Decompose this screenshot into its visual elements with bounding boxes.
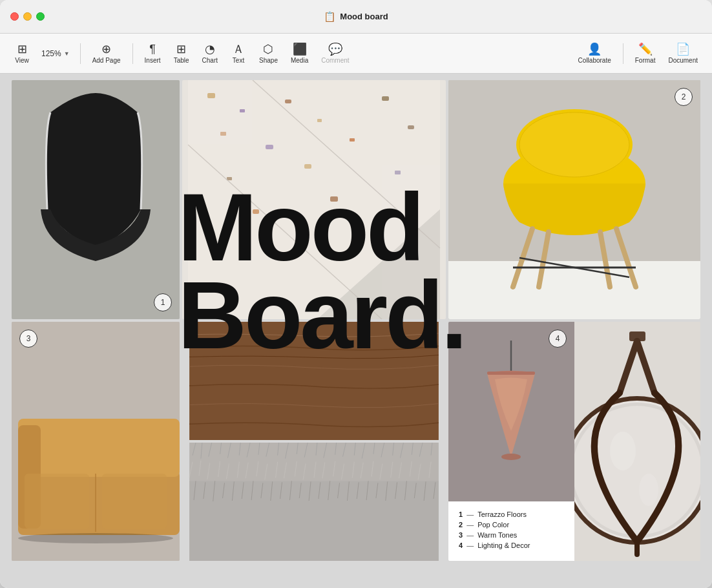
- table-label: Table: [174, 57, 189, 64]
- svg-rect-8: [382, 96, 389, 101]
- svg-rect-10: [266, 145, 273, 149]
- svg-rect-16: [253, 209, 259, 214]
- view-group: ⊞ View: [8, 41, 36, 67]
- add-page-button[interactable]: ⊕ Add Page: [86, 41, 127, 67]
- collaborate-icon: 👤: [587, 43, 602, 55]
- moodboard-grid: 1: [12, 80, 700, 582]
- yellow-chair-illustration: [448, 80, 700, 319]
- cell-terrazzo: [182, 80, 446, 319]
- svg-point-37: [18, 533, 173, 543]
- fur-illustration: [182, 443, 446, 561]
- svg-rect-38: [25, 474, 89, 529]
- comment-button[interactable]: 💬 Comment: [315, 41, 355, 67]
- svg-point-132: [639, 474, 658, 506]
- zoom-value: 125%: [41, 49, 61, 58]
- svg-rect-12: [408, 125, 414, 129]
- view-button[interactable]: ⊞ View: [8, 41, 36, 67]
- svg-rect-13: [304, 164, 311, 169]
- zoom-group: 125% ▼: [36, 47, 75, 61]
- svg-rect-5: [240, 109, 245, 112]
- canvas[interactable]: 1: [0, 74, 712, 588]
- svg-point-131: [610, 432, 636, 470]
- table-button[interactable]: ⊞ Table: [167, 41, 196, 67]
- sep-3: [623, 43, 623, 64]
- cell-lamp-list: 4: [448, 322, 574, 561]
- list-item-1: 1 — Terrazzo Floors: [459, 510, 564, 518]
- title-text: Mood board: [340, 12, 388, 21]
- svg-point-25: [519, 112, 629, 177]
- window-title: 📋 Mood board: [324, 11, 388, 23]
- chart-label: Chart: [202, 57, 218, 64]
- media-button[interactable]: ⬛ Media: [284, 41, 315, 67]
- zoom-control[interactable]: 125% ▼: [36, 47, 75, 61]
- cell-grey-sofa: 3: [12, 322, 180, 561]
- svg-rect-34: [18, 419, 180, 477]
- view-label: View: [15, 57, 29, 64]
- wood-illustration: [182, 322, 446, 440]
- cell-right-panel: 4: [448, 322, 700, 561]
- add-page-label: Add Page: [92, 57, 121, 64]
- list-item-2: 2 — Pop Color: [459, 521, 564, 529]
- svg-rect-39: [102, 474, 167, 529]
- text-button[interactable]: Ａ Text: [224, 41, 253, 67]
- svg-rect-17: [330, 196, 338, 202]
- sofa-illustration: [12, 322, 180, 561]
- media-icon: ⬛: [293, 43, 307, 55]
- zoom-arrow-icon: ▼: [64, 50, 70, 57]
- cell-wood: [182, 322, 446, 440]
- svg-rect-7: [317, 119, 322, 122]
- black-chair-illustration: [12, 80, 180, 319]
- media-label: Media: [291, 57, 308, 64]
- fullscreen-button[interactable]: [36, 12, 45, 21]
- toolbar: ⊞ View 125% ▼ ⊕ Add Page ¶ Insert ⊞ Tabl…: [0, 34, 712, 74]
- page-badge-3: 3: [19, 330, 37, 348]
- page-badge-1: 1: [154, 293, 172, 311]
- list-item-3: 3 — Warm Tones: [459, 531, 564, 539]
- list-area: 1 — Terrazzo Floors 2 — Pop Color 3 —: [448, 501, 574, 561]
- collaborate-button[interactable]: 👤 Collaborate: [572, 41, 618, 67]
- document-icon: 📄: [676, 43, 690, 55]
- svg-rect-15: [395, 171, 401, 174]
- svg-point-123: [501, 454, 521, 460]
- svg-rect-124: [487, 372, 535, 375]
- insert-icon: ¶: [149, 43, 156, 55]
- comment-icon: 💬: [328, 43, 342, 55]
- chart-icon: ◔: [205, 43, 215, 55]
- svg-rect-40: [189, 322, 439, 440]
- svg-rect-94: [189, 481, 439, 561]
- mirror-illustration: [574, 322, 700, 561]
- close-button[interactable]: [10, 12, 19, 21]
- comment-label: Comment: [321, 57, 349, 64]
- svg-rect-6: [285, 100, 291, 103]
- svg-rect-11: [350, 138, 355, 142]
- text-icon: Ａ: [233, 43, 244, 55]
- minimize-button[interactable]: [23, 12, 32, 21]
- svg-rect-4: [207, 93, 215, 98]
- cell-wood-fur: [182, 322, 446, 561]
- document-button[interactable]: 📄 Document: [662, 41, 704, 67]
- insert-button[interactable]: ¶ Insert: [138, 41, 167, 67]
- shape-button[interactable]: ⬡ Shape: [253, 41, 284, 67]
- format-button[interactable]: ✏️ Format: [629, 41, 662, 67]
- chart-button[interactable]: ◔ Chart: [196, 41, 224, 67]
- view-icon: ⊞: [17, 43, 27, 55]
- text-label: Text: [233, 57, 244, 64]
- cell-fur: [182, 443, 446, 561]
- sep-2: [132, 43, 133, 64]
- terrazzo-illustration: [182, 80, 446, 319]
- title-icon: 📋: [324, 11, 336, 23]
- cell-mirror: [574, 322, 700, 561]
- cell-black-chair: 1: [12, 80, 180, 319]
- svg-rect-22: [448, 261, 700, 319]
- shape-label: Shape: [259, 57, 278, 64]
- format-label: Format: [635, 57, 656, 64]
- list-item-4: 4 — Lighting & Decor: [459, 541, 564, 549]
- insert-label: Insert: [145, 57, 161, 64]
- traffic-lights: [10, 12, 45, 21]
- titlebar: 📋 Mood board: [0, 0, 712, 34]
- lamp-area: [448, 322, 574, 501]
- cell-yellow-chair: 2: [448, 80, 700, 319]
- sep-1: [80, 43, 81, 64]
- lamp-illustration: [448, 322, 574, 501]
- format-icon: ✏️: [638, 43, 653, 55]
